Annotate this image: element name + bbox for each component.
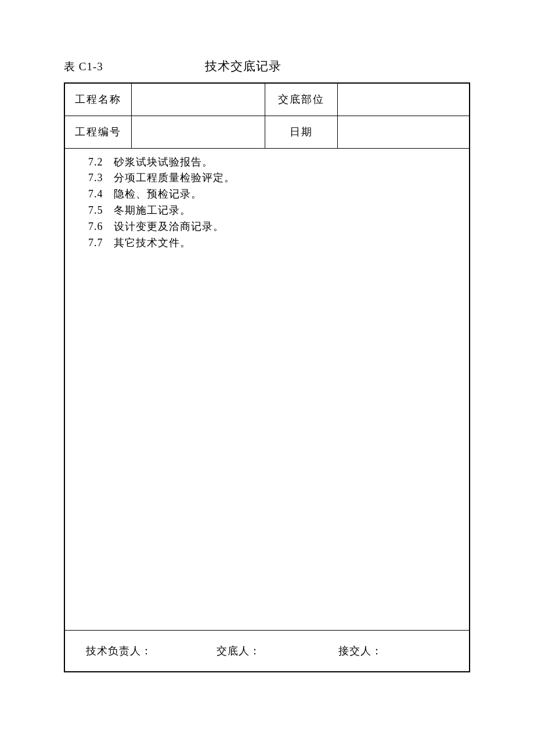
item-number: 7.3 xyxy=(88,170,114,186)
document-header: 表 C1-3 技术交底记录 xyxy=(64,58,470,74)
tech-lead-label: 技术负责人： xyxy=(86,644,217,658)
item-text: 分项工程质量检验评定。 xyxy=(114,172,235,183)
project-number-label: 工程编号 xyxy=(64,116,131,148)
item-number: 7.5 xyxy=(88,203,114,219)
item-number: 7.6 xyxy=(88,219,114,235)
content-area: 7.2砂浆试块试验报告。 7.3分项工程质量检验评定。 7.4隐检、预检记录。 … xyxy=(64,148,470,630)
content-row: 7.2砂浆试块试验报告。 7.3分项工程质量检验评定。 7.4隐检、预检记录。 … xyxy=(64,148,470,630)
item-number: 7.4 xyxy=(88,186,114,203)
list-item: 7.3分项工程质量检验评定。 xyxy=(88,170,456,186)
footer-row: 技术负责人： 交底人： 接交人： xyxy=(64,630,470,672)
item-text: 其它技术文件。 xyxy=(114,237,191,249)
project-number-value xyxy=(131,116,265,148)
list-item: 7.2砂浆试块试验报告。 xyxy=(88,154,456,171)
signature-row: 技术负责人： 交底人： 接交人： xyxy=(86,644,448,658)
project-name-label: 工程名称 xyxy=(64,83,131,116)
header-row-1: 工程名称 交底部位 xyxy=(64,83,470,116)
list-item: 7.7其它技术文件。 xyxy=(88,235,456,251)
list-item: 7.6设计变更及洽商记录。 xyxy=(88,219,456,235)
section-label: 交底部位 xyxy=(265,83,337,116)
header-row-2: 工程编号 日期 xyxy=(64,116,470,148)
date-label: 日期 xyxy=(265,116,337,148)
item-text: 设计变更及洽商记录。 xyxy=(114,221,224,232)
list-item: 7.5冬期施工记录。 xyxy=(88,203,456,219)
list-item: 7.4隐检、预检记录。 xyxy=(88,186,456,203)
form-code: 表 C1-3 xyxy=(64,59,103,74)
item-text: 冬期施工记录。 xyxy=(114,204,191,216)
item-number: 7.7 xyxy=(88,235,114,251)
content-list: 7.2砂浆试块试验报告。 7.3分项工程质量检验评定。 7.4隐检、预检记录。 … xyxy=(88,154,456,251)
item-number: 7.2 xyxy=(88,154,114,171)
date-value xyxy=(337,116,470,148)
signature-area: 技术负责人： 交底人： 接交人： xyxy=(64,630,470,672)
item-text: 砂浆试块试验报告。 xyxy=(114,156,213,168)
form-title: 技术交底记录 xyxy=(205,58,282,74)
main-form-table: 工程名称 交底部位 工程编号 日期 7.2砂浆试块试验报告。 7.3分项工程质量… xyxy=(64,82,470,672)
receiver-label: 接交人： xyxy=(338,644,448,658)
handover-label: 交底人： xyxy=(217,644,338,658)
document-page: 表 C1-3 技术交底记录 工程名称 交底部位 工程编号 日期 7.2砂浆试块试… xyxy=(0,0,534,672)
project-name-value xyxy=(131,83,265,116)
item-text: 隐检、预检记录。 xyxy=(114,188,202,200)
section-value xyxy=(337,83,470,116)
